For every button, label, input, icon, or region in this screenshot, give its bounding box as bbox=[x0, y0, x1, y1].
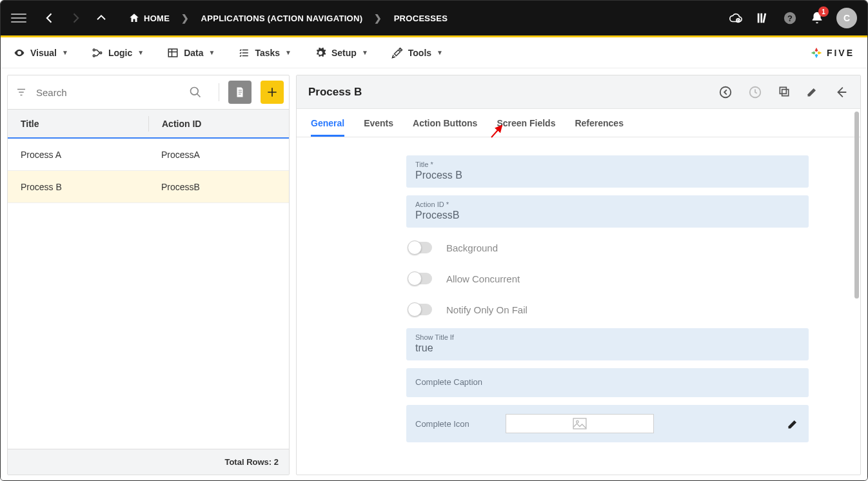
scrollbar[interactable] bbox=[854, 112, 859, 299]
nav-up-button[interactable] bbox=[90, 6, 113, 30]
menu-tools[interactable]: Tools ▼ bbox=[391, 47, 443, 59]
svg-rect-15 bbox=[780, 87, 786, 93]
menu-label: Setup bbox=[331, 48, 357, 58]
field-completeicon: Complete Icon bbox=[406, 405, 809, 442]
detail-header: Process B bbox=[297, 75, 860, 109]
svg-point-17 bbox=[577, 421, 579, 424]
menu-data[interactable]: Data ▼ bbox=[167, 47, 215, 59]
toggle-concurrent: Allow Concurrent bbox=[406, 266, 809, 291]
add-button[interactable] bbox=[261, 81, 284, 104]
field-value: Process B bbox=[415, 170, 800, 181]
svg-rect-10 bbox=[168, 49, 177, 57]
caret-down-icon: ▼ bbox=[285, 49, 291, 56]
icon-preview bbox=[506, 414, 654, 433]
field-label: Show Title If bbox=[415, 333, 800, 341]
menu-tasks[interactable]: Tasks ▼ bbox=[238, 47, 291, 59]
breadcrumb-label: APPLICATIONS (ACTION NAVIGATION) bbox=[201, 14, 363, 23]
edit-icon[interactable] bbox=[787, 417, 800, 430]
menu-visual[interactable]: Visual ▼ bbox=[14, 47, 68, 59]
nav-back-button[interactable] bbox=[38, 6, 61, 30]
toggle-background: Background bbox=[406, 235, 809, 260]
toggle-switch[interactable] bbox=[409, 304, 432, 315]
gear-icon bbox=[315, 47, 326, 59]
svg-rect-16 bbox=[573, 418, 586, 429]
library-icon[interactable] bbox=[755, 10, 771, 26]
field-label: Title * bbox=[415, 161, 800, 168]
breadcrumb-processes[interactable]: PROCESSES bbox=[386, 14, 456, 23]
cell-title: Process B bbox=[8, 182, 148, 192]
avatar[interactable]: C bbox=[836, 8, 857, 28]
search-icon[interactable] bbox=[189, 86, 210, 99]
edit-icon[interactable] bbox=[806, 85, 819, 99]
field-value: true bbox=[415, 342, 800, 354]
menu-label: Data bbox=[184, 48, 203, 58]
menu-label: Logic bbox=[108, 48, 132, 58]
svg-point-12 bbox=[720, 86, 731, 97]
tab-action-buttons[interactable]: Action Buttons bbox=[413, 109, 477, 137]
caret-down-icon: ▼ bbox=[437, 49, 443, 56]
tools-icon bbox=[391, 47, 403, 59]
table-row[interactable]: Process A ProcessA bbox=[8, 139, 289, 171]
help-icon[interactable]: ? bbox=[782, 10, 798, 26]
column-title[interactable]: Title bbox=[8, 119, 148, 129]
bell-icon[interactable]: 1 bbox=[809, 10, 825, 26]
history-icon[interactable] bbox=[748, 85, 762, 99]
revert-icon[interactable] bbox=[718, 85, 733, 99]
divider bbox=[219, 83, 219, 101]
breadcrumb-home[interactable]: HOME bbox=[121, 12, 177, 24]
search-input[interactable] bbox=[36, 87, 184, 98]
form-area: Title * Process B Action ID * ProcessB B… bbox=[297, 137, 860, 475]
cell-actionid: ProcessB bbox=[148, 179, 289, 195]
right-panel: Process B General Events Action Buttons … bbox=[296, 75, 861, 475]
field-showtitleif[interactable]: Show Title If true bbox=[406, 328, 809, 360]
menu-label: Visual bbox=[30, 48, 57, 58]
tab-events[interactable]: Events bbox=[364, 109, 393, 137]
tab-screen-fields[interactable]: Screen Fields bbox=[497, 109, 555, 137]
column-actionid[interactable]: Action ID bbox=[148, 116, 289, 132]
back-arrow-icon[interactable] bbox=[834, 85, 849, 99]
field-value: ProcessB bbox=[415, 210, 800, 221]
copy-icon[interactable] bbox=[778, 85, 791, 99]
toggle-label: Notify Only On Fail bbox=[446, 304, 528, 315]
table-row[interactable]: Process B ProcessB bbox=[8, 171, 289, 203]
document-button[interactable] bbox=[228, 81, 252, 104]
toggle-notify: Notify Only On Fail bbox=[406, 297, 809, 322]
menubar: Visual ▼ Logic ▼ Data ▼ Tasks ▼ Setup ▼ … bbox=[1, 37, 867, 68]
caret-down-icon: ▼ bbox=[209, 49, 215, 56]
svg-point-6 bbox=[19, 52, 21, 54]
caret-down-icon: ▼ bbox=[137, 49, 144, 56]
menu-setup[interactable]: Setup ▼ bbox=[315, 47, 368, 59]
toggle-label: Allow Concurrent bbox=[446, 273, 520, 284]
tab-general[interactable]: General bbox=[311, 109, 344, 137]
breadcrumb: HOME ❯ APPLICATIONS (ACTION NAVIGATION) … bbox=[121, 12, 455, 24]
tabs: General Events Action Buttons Screen Fie… bbox=[297, 109, 860, 137]
cloud-icon[interactable] bbox=[728, 10, 744, 26]
caret-down-icon: ▼ bbox=[62, 49, 68, 56]
nav-forward-button[interactable] bbox=[64, 6, 87, 30]
topbar: HOME ❯ APPLICATIONS (ACTION NAVIGATION) … bbox=[1, 1, 867, 35]
toggle-switch[interactable] bbox=[409, 273, 432, 284]
eye-icon bbox=[14, 47, 25, 59]
tasks-icon bbox=[238, 47, 250, 59]
field-actionid[interactable]: Action ID * ProcessB bbox=[406, 195, 809, 228]
caret-down-icon: ▼ bbox=[362, 49, 368, 56]
table-body: Process A ProcessA Process B ProcessB bbox=[8, 139, 289, 449]
menu-label: Tools bbox=[408, 48, 431, 58]
breadcrumb-applications[interactable]: APPLICATIONS (ACTION NAVIGATION) bbox=[193, 14, 371, 23]
hamburger-icon[interactable] bbox=[11, 10, 26, 26]
svg-point-9 bbox=[100, 52, 102, 54]
field-label: Complete Caption bbox=[415, 373, 800, 391]
svg-rect-2 bbox=[760, 14, 762, 23]
field-title[interactable]: Title * Process B bbox=[406, 155, 809, 188]
menu-logic[interactable]: Logic ▼ bbox=[92, 47, 144, 59]
svg-point-11 bbox=[191, 88, 199, 95]
filter-icon[interactable] bbox=[15, 86, 31, 98]
brand: FIVE bbox=[810, 46, 854, 59]
toggle-label: Background bbox=[446, 242, 498, 253]
table-icon bbox=[167, 47, 179, 59]
field-completecaption[interactable]: Complete Caption bbox=[406, 368, 809, 397]
breadcrumb-label: HOME bbox=[144, 14, 170, 23]
tab-references[interactable]: References bbox=[575, 109, 624, 137]
toggle-switch[interactable] bbox=[409, 242, 432, 253]
cell-title: Process A bbox=[8, 150, 148, 160]
